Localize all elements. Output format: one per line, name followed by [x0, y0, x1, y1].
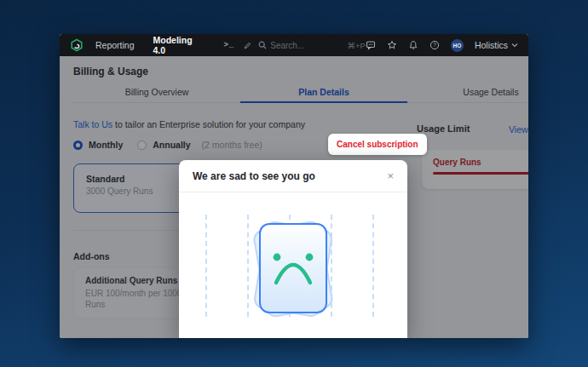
workspace-label: Holistics — [475, 40, 508, 50]
app-window: Reporting Modeling 4.0 >_ Search... ⌘+P — [60, 34, 528, 338]
dashed-line — [205, 215, 207, 317]
modal-header: We are sad to see you go × — [179, 160, 407, 192]
nav-item-modeling[interactable]: Modeling 4.0 — [153, 35, 202, 55]
search-placeholder: Search... — [270, 41, 304, 50]
search-shortcut: ⌘+P — [348, 41, 366, 50]
dashed-line — [247, 215, 249, 317]
search-icon — [258, 41, 267, 49]
close-icon[interactable]: × — [387, 170, 394, 181]
chevron-down-icon — [511, 43, 518, 48]
navbar-actions: ? HO Holistics — [366, 39, 518, 52]
feedback-icon[interactable] — [366, 40, 376, 50]
bell-icon[interactable] — [408, 40, 418, 50]
nav-item-reporting[interactable]: Reporting — [95, 40, 135, 50]
star-icon[interactable] — [387, 40, 397, 50]
search-input[interactable]: Search... — [258, 41, 328, 50]
cancel-subscription-modal: We are sad to see you go × — [179, 160, 407, 338]
cancel-subscription-button[interactable]: Cancel subscription — [328, 134, 427, 155]
dashed-line — [372, 215, 374, 317]
svg-text:?: ? — [433, 42, 436, 48]
workspace-menu[interactable]: Holistics — [475, 40, 518, 50]
desktop-background: Reporting Modeling 4.0 >_ Search... ⌘+P — [0, 0, 588, 367]
sad-face-illustration — [259, 223, 327, 313]
top-navbar: Reporting Modeling 4.0 >_ Search... ⌘+P — [60, 34, 528, 56]
page-content: Billing & Usage Billing Overview Plan De… — [60, 56, 528, 338]
modal-body — [179, 192, 407, 337]
user-avatar[interactable]: HO — [451, 39, 464, 52]
modal-title: We are sad to see you go — [193, 170, 315, 182]
holistics-logo-icon[interactable] — [70, 38, 84, 52]
pencil-icon[interactable] — [244, 42, 251, 49]
terminal-icon[interactable]: >_ — [223, 41, 234, 49]
help-icon[interactable]: ? — [429, 40, 440, 50]
